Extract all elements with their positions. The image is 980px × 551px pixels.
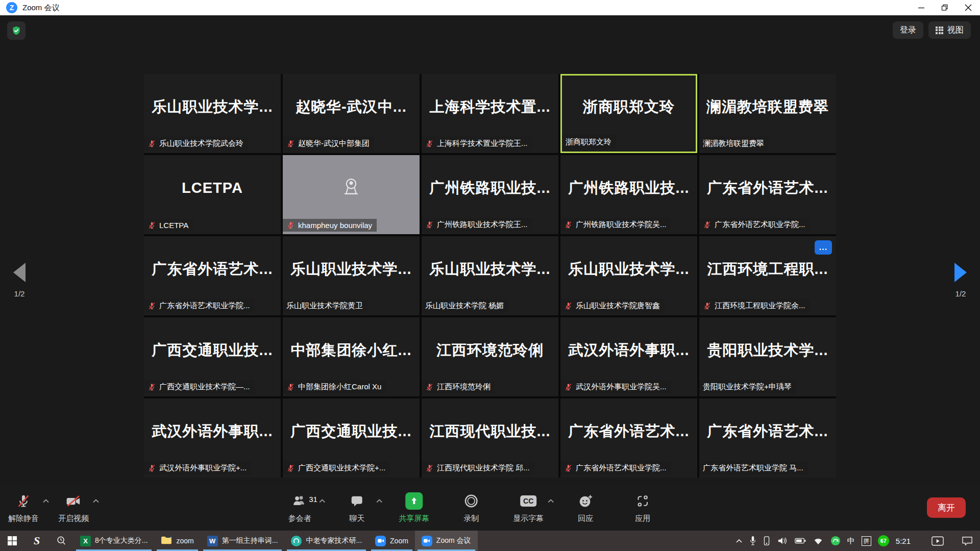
participant-display-name: 武汉外语外事职... [560,317,697,383]
unmute-button[interactable]: 解除静音 [7,492,40,523]
minimize-button[interactable] [910,0,933,15]
taskbar-app-folder-zoom[interactable]: zoom [154,531,200,551]
clock[interactable]: 5:21 [896,537,911,545]
video-options-caret[interactable] [93,496,99,505]
participant-tile[interactable]: 中部集团徐小红... 中部集团徐小红Carol Xu [283,317,420,396]
captions-options-caret[interactable] [548,496,554,505]
next-page-control[interactable]: 1/2 [945,263,976,298]
record-button[interactable]: 录制 [455,492,487,523]
participant-name-badge: 江西环境范玲俐 [422,380,495,394]
participant-tile[interactable]: 广西交通职业技... 广西交通职业技术学院+... [283,398,420,478]
participant-name-badge: 广东省外语艺术职业学院... [144,299,255,313]
participant-mic-muted-icon [703,302,712,310]
meeting-main-area: 登录 视图 乐山职业技术学... 乐山职业技术学院武会玲 赵晓华-武汉中... … [0,15,980,531]
participant-tile[interactable]: khampheuy bounvilay [283,155,420,234]
participant-tile[interactable]: 广东省外语艺术... 广东省外语艺术职业学院 马... [699,398,836,478]
participant-tile[interactable]: 广州铁路职业技... 广州铁路职业技术学院王... [422,155,558,234]
participant-tile[interactable]: 广东省外语艺术... 广东省外语艺术职业学院... [560,398,697,478]
participant-tile[interactable]: 江西现代职业技... 江西现代职业技术学院 邱... [422,398,558,478]
tray-wifi-icon[interactable] [813,537,824,545]
participant-mic-muted-icon [425,220,434,229]
taskbar-app-label: 8个专业大类分... [95,536,148,545]
apps-button[interactable]: 应用 [626,492,659,523]
taskbar-app-label: 中老专家技术研... [306,536,362,545]
participant-tile[interactable]: 广东省外语艺术... 广东省外语艺术职业学院... [144,236,281,315]
tray-battery-icon[interactable] [795,537,806,544]
view-button[interactable]: 视图 [928,21,971,39]
participant-name-badge: 武汉外语外事职业学院+... [144,461,251,475]
participant-tile[interactable]: LCETPA LCETPA [144,155,281,234]
captions-label: 显示字幕 [513,514,544,523]
participant-display-name: 江西环境范玲俐 [422,317,558,383]
taskbar-app-word[interactable]: W 第一组主持串词... [201,531,285,551]
unmute-options-caret[interactable] [43,496,49,505]
restore-button[interactable] [933,0,957,15]
participants-label: 参会者 [288,514,311,523]
start-button[interactable] [0,531,24,551]
participant-display-name: 武汉外语外事职... [144,398,281,464]
previous-page-control[interactable]: 1/2 [4,263,35,298]
next-page-arrow-icon[interactable] [954,263,967,282]
participant-name-badge: 广州铁路职业技术学院王... [422,218,532,232]
participant-tile[interactable]: 武汉外语外事职... 武汉外语外事职业学院吴... [560,317,697,396]
close-button[interactable] [957,0,980,15]
participant-mic-muted-icon [286,139,295,148]
camera-off-icon [65,492,82,510]
participant-tile[interactable]: 澜湄教培联盟费翠 澜湄教培联盟费翠 [699,74,836,153]
zoom-app-icon [375,536,386,546]
participant-mic-muted-icon [564,464,573,472]
login-button[interactable]: 登录 [893,21,923,39]
participant-tile[interactable]: 贵阳职业技术学... 贵阳职业技术学院+申瑀琴 [699,317,836,396]
participant-tile[interactable]: 赵晓华-武汉中... 赵晓华-武汉中部集团 [283,74,420,153]
participant-tile[interactable]: ... 江西环境工程职... 江西环境工程职业学院余... [699,236,836,315]
tray-show-hidden-icons[interactable] [736,538,743,543]
battery-percent-badge[interactable]: 67 [878,535,889,546]
taskbar-app-excel[interactable]: X 8个专业大类分... [74,531,154,551]
tray-device-icon[interactable] [763,536,770,546]
security-shield-icon[interactable] [7,21,26,40]
participant-tile[interactable]: 乐山职业技术学... 乐山职业技术学院 杨媚 [422,236,558,315]
start-video-button[interactable]: 开启视频 [57,492,90,523]
participant-mic-muted-icon [148,302,156,310]
ime-language-indicator[interactable]: 中 [847,536,855,546]
tray-mic-icon[interactable] [749,536,756,546]
tray-video-panel-icon[interactable] [932,536,944,546]
participant-display-name [283,155,420,221]
leave-meeting-button[interactable]: 离开 [927,497,966,518]
participant-tile[interactable]: 乐山职业技术学... 乐山职业技术学院黄卫 [283,236,420,315]
s-app-icon[interactable]: S [24,531,49,551]
chat-bubble-icon [350,492,364,510]
participants-options-caret[interactable] [319,496,325,505]
participant-tile[interactable]: 广西交通职业技... 广西交通职业技术学院—... [144,317,281,396]
participant-display-name: 广东省外语艺术... [699,398,836,464]
participant-name-badge: 乐山职业技术学院 杨媚 [422,299,508,313]
reactions-button[interactable]: 回应 [569,492,602,523]
previous-page-arrow-icon[interactable] [13,263,26,282]
participant-tile[interactable]: 乐山职业技术学... 乐山职业技术学院唐智鑫 [560,236,697,315]
taskbar-app-zoom-meeting[interactable]: Zoom 会议 [415,531,478,551]
participant-tile[interactable]: 广东省外语艺术... 广东省外语艺术职业学院... [699,155,836,234]
participant-tile[interactable]: 武汉外语外事职... 武汉外语外事职业学院+... [144,398,281,478]
participant-display-name: 赵晓华-武汉中... [283,74,420,140]
participant-mic-muted-icon [564,220,573,229]
chat-options-caret[interactable] [376,496,382,505]
participants-button[interactable]: 31 参会者 [283,492,316,523]
participant-name-badge: 澜湄教培联盟费翠 [699,137,769,151]
participant-tile[interactable]: 江西环境范玲俐 江西环境范玲俐 [422,317,558,396]
participant-tile[interactable]: 浙商职郑文玲 浙商职郑文玲 [560,74,697,153]
taskbar-app-teal[interactable]: 中老专家技术研... [284,531,369,551]
chat-button[interactable]: 聊天 [340,492,373,523]
participant-tile[interactable]: 广州铁路职业技... 广州铁路职业技术学院吴... [560,155,697,234]
ime-pinyin-icon[interactable]: 拼 [862,536,871,546]
participant-tile[interactable]: 上海科学技术置... 上海科学技术置业学院王... [422,74,558,153]
chat-label: 聊天 [349,514,364,523]
search-icon[interactable] [49,531,74,551]
captions-button[interactable]: CC 显示字幕 [512,492,545,523]
tray-green-app-icon[interactable] [830,536,841,546]
tray-speaker-icon[interactable] [777,536,788,545]
participant-name-badge: 江西现代职业技术学院 邱... [422,461,534,475]
share-screen-button[interactable]: 共享屏幕 [398,492,430,523]
taskbar-app-zoom[interactable]: Zoom [369,531,415,551]
participant-tile[interactable]: 乐山职业技术学... 乐山职业技术学院武会玲 [144,74,281,153]
notification-center-icon[interactable] [962,536,973,546]
